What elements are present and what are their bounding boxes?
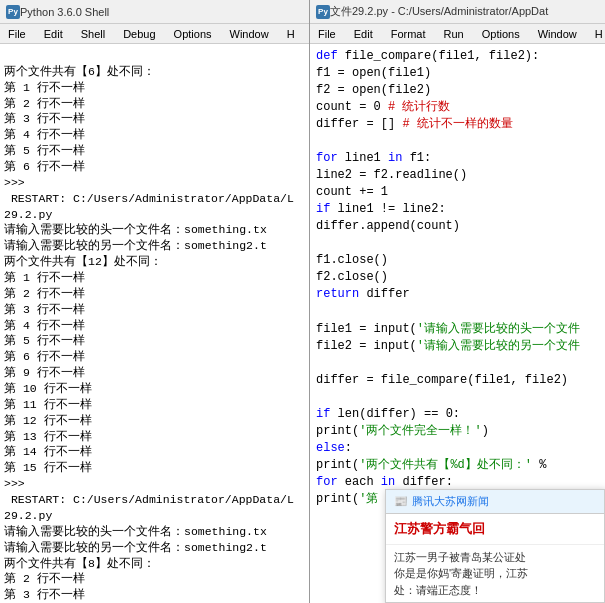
shell-line: 两个文件共有【6】处不同： <box>4 65 155 78</box>
shell-menu-window[interactable]: Window <box>226 27 273 41</box>
shell-line: 第 14 行不一样 <box>4 445 92 458</box>
news-body-line2: 你是是你妈'寄趣证明，江苏 <box>394 565 596 582</box>
editor-title-bar: Py 文件29.2.py - C:/Users/Administrator/Ap… <box>310 0 605 24</box>
shell-line: 第 5 行不一样 <box>4 334 85 347</box>
code-line <box>316 133 599 150</box>
shell-line: 第 2 行不一样 <box>4 572 85 585</box>
news-body-line1: 江苏一男子被青岛某公证处 <box>394 549 596 566</box>
shell-line: 第 3 行不一样 <box>4 303 85 316</box>
news-header-text: 腾讯大苏网新闻 <box>412 494 489 509</box>
shell-line: 第 1 行不一样 <box>4 271 85 284</box>
news-popup[interactable]: 📰 腾讯大苏网新闻 江苏警方霸气回 江苏一男子被青岛某公证处 你是是你妈'寄趣证… <box>385 489 605 604</box>
editor-menu-help[interactable]: H <box>591 27 605 41</box>
shell-line: 第 1 行不一样 <box>4 81 85 94</box>
news-title: 江苏警方霸气回 <box>386 514 604 545</box>
code-line: f1.close() <box>316 252 599 269</box>
shell-line: 第 2 行不一样 <box>4 287 85 300</box>
shell-line: 第 11 行不一样 <box>4 398 92 411</box>
news-body: 江苏一男子被青岛某公证处 你是是你妈'寄趣证明，江苏 处：请端正态度！ <box>386 545 604 603</box>
code-line: f2.close() <box>316 269 599 286</box>
code-line: if len(differ) == 0: <box>316 406 599 423</box>
code-line: count = 0 # 统计行数 <box>316 99 599 116</box>
code-line <box>316 235 599 252</box>
code-line: for line1 in f1: <box>316 150 599 167</box>
shell-line: 第 3 行不一样 <box>4 588 85 601</box>
shell-line: RESTART: C:/Users/Administrator/AppData/… <box>4 192 294 205</box>
shell-menu-shell[interactable]: Shell <box>77 27 109 41</box>
shell-line: 第 15 行不一样 <box>4 461 92 474</box>
code-line <box>316 355 599 372</box>
shell-content: 两个文件共有【6】处不同： 第 1 行不一样 第 2 行不一样 第 3 行不一样… <box>0 44 309 603</box>
shell-menu-help[interactable]: H <box>283 27 299 41</box>
shell-line: RESTART: C:/Users/Administrator/AppData/… <box>4 493 294 506</box>
news-header: 📰 腾讯大苏网新闻 <box>386 490 604 514</box>
code-line: line2 = f2.readline() <box>316 167 599 184</box>
shell-line: 两个文件共有【12】处不同： <box>4 255 162 268</box>
code-line <box>316 303 599 320</box>
code-line: differ = file_compare(file1, file2) <box>316 372 599 389</box>
code-line: print('两个文件完全一样！') <box>316 423 599 440</box>
shell-line: 两个文件共有【8】处不同： <box>4 557 155 570</box>
shell-line: >>> <box>4 176 25 189</box>
editor-title-text: 文件29.2.py - C:/Users/Administrator/AppDa… <box>330 4 548 19</box>
editor-menu-run[interactable]: Run <box>440 27 468 41</box>
shell-line: 第 10 行不一样 <box>4 382 92 395</box>
shell-line: 请输入需要比较的头一个文件名：something.tx <box>4 223 267 236</box>
editor-panel: Py 文件29.2.py - C:/Users/Administrator/Ap… <box>310 0 605 603</box>
shell-menu-debug[interactable]: Debug <box>119 27 159 41</box>
shell-line: >>> <box>4 477 25 490</box>
code-line: else: <box>316 440 599 457</box>
editor-menu-format[interactable]: Format <box>387 27 430 41</box>
shell-menu-options[interactable]: Options <box>170 27 216 41</box>
shell-line: 第 4 行不一样 <box>4 128 85 141</box>
python-icon: Py <box>6 5 20 19</box>
code-line: file2 = input('请输入需要比较的另一个文件 <box>316 338 599 355</box>
shell-line: 第 3 行不一样 <box>4 112 85 125</box>
editor-python-icon: Py <box>316 5 330 19</box>
shell-line: 第 12 行不一样 <box>4 414 92 427</box>
shell-line: 第 6 行不一样 <box>4 160 85 173</box>
shell-line: 请输入需要比较的另一个文件名：something2.t <box>4 541 267 554</box>
shell-line: 请输入需要比较的另一个文件名：something2.t <box>4 239 267 252</box>
shell-line: 第 2 行不一样 <box>4 97 85 110</box>
news-body-line3: 处：请端正态度！ <box>394 582 596 599</box>
code-line: if line1 != line2: <box>316 201 599 218</box>
code-line: differ = [] # 统计不一样的数量 <box>316 116 599 133</box>
shell-menu-file[interactable]: File <box>4 27 30 41</box>
shell-panel: Py Python 3.6.0 Shell File Edit Shell De… <box>0 0 310 603</box>
code-line: f2 = open(file2) <box>316 82 599 99</box>
shell-line: 第 4 行不一样 <box>4 319 85 332</box>
code-line: file1 = input('请输入需要比较的头一个文件 <box>316 321 599 338</box>
code-line: def file_compare(file1, file2): <box>316 48 599 65</box>
editor-menu-file[interactable]: File <box>314 27 340 41</box>
shell-line: 第 5 行不一样 <box>4 144 85 157</box>
code-line: return differ <box>316 286 599 303</box>
code-line: count += 1 <box>316 184 599 201</box>
shell-line: 29.2.py <box>4 509 52 522</box>
shell-menu-edit[interactable]: Edit <box>40 27 67 41</box>
editor-menu-window[interactable]: Window <box>534 27 581 41</box>
code-line: print('两个文件共有【%d】处不同：' % <box>316 457 599 474</box>
news-logo: 📰 <box>394 495 408 508</box>
shell-line: 29.2.py <box>4 208 52 221</box>
editor-menu-bar: File Edit Format Run Options Window H <box>310 24 605 44</box>
shell-line: 第 13 行不一样 <box>4 430 92 443</box>
shell-line: 第 6 行不一样 <box>4 350 85 363</box>
code-line: differ.append(count) <box>316 218 599 235</box>
shell-title-bar: Py Python 3.6.0 Shell <box>0 0 309 24</box>
editor-menu-edit[interactable]: Edit <box>350 27 377 41</box>
shell-line: 第 9 行不一样 <box>4 366 85 379</box>
code-line: f1 = open(file1) <box>316 65 599 82</box>
code-line <box>316 389 599 406</box>
shell-title-text: Python 3.6.0 Shell <box>20 6 109 18</box>
editor-menu-options[interactable]: Options <box>478 27 524 41</box>
shell-line: 请输入需要比较的头一个文件名：something.tx <box>4 525 267 538</box>
shell-menu-bar: File Edit Shell Debug Options Window H <box>0 24 309 44</box>
